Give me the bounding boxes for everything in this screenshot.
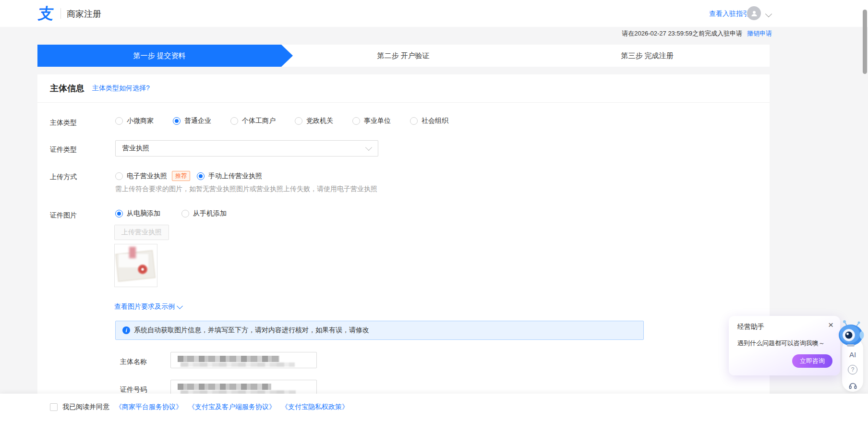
logo-divider [60,8,61,19]
deadline-text: 请在2026-02-27 23:59:59之前完成入驻申请 [622,30,742,37]
agreement-footer: 我已阅读并同意 《商家平台服务协议》 《支付宝及客户端服务协议》 《支付宝隐私权… [0,394,868,422]
radio-public-institution[interactable]: 事业单位 [352,117,391,125]
upload-license-button[interactable]: 上传营业执照 [114,225,169,240]
redacted-value [181,362,295,367]
radio-electronic-license[interactable]: 电子营业执照 [115,172,167,181]
cert-number-label: 证件号码 [120,386,147,394]
section-title: 主体信息 [50,83,84,94]
radio-icon [410,117,418,125]
cert-image-label: 证件图片 [50,211,77,220]
cancel-application-link[interactable]: 撤销申请 [747,30,772,37]
radio-icon [352,117,360,125]
assistant-popup: 经营助手 × 遇到什么问题都可以咨询我噢～ 立即咨询 [729,316,840,375]
subject-type-radio-group: 小微商家 普通企业 个体工商户 党政机关 事业单位 社会组织 [115,117,448,125]
radio-icon [115,172,123,180]
radio-icon [115,117,123,125]
section-divider [37,102,770,103]
step-1-submit-info: 第一步 提交资料 [37,45,293,67]
step-progress-bar: 第一步 提交资料 第二步 开户验证 第三步 完成注册 [37,45,770,67]
upload-method-label: 上传方式 [50,173,77,181]
scrollbar-thumb[interactable] [863,10,867,74]
info-icon: i [122,326,130,334]
guide-link[interactable]: 查看入驻指引 [709,10,749,18]
radio-add-from-computer[interactable]: 从电脑添加 [115,209,160,218]
image-requirements-link[interactable]: 查看图片要求及示例 [114,302,182,311]
radio-checked-icon [173,117,181,125]
image-requirements-label: 查看图片要求及示例 [114,302,175,311]
alipay-client-agreement-link[interactable]: 《支付宝及客户端服务协议》 [188,403,276,411]
close-icon[interactable]: × [828,320,833,330]
radio-social-organization[interactable]: 社会组织 [410,117,448,125]
consult-now-button[interactable]: 立即咨询 [792,354,832,368]
upload-method-radio-group: 电子营业执照 推荐 手动上传营业执照 [115,171,262,181]
upload-method-hint: 需上传符合要求的图片，如暂无营业执照图片或营业执照上传失败，请使用电子营业执照 [115,185,377,193]
license-thumbnail[interactable] [114,244,157,287]
radio-label: 从手机添加 [193,209,227,218]
assistant-message: 遇到什么问题都可以咨询我噢～ [737,339,825,348]
help-circle-icon[interactable]: ? [848,365,857,374]
radio-label: 事业单位 [364,117,391,125]
subject-name-label: 主体名称 [120,358,147,366]
cert-image-radio-group: 从电脑添加 从手机添加 [115,209,227,218]
step-2-account-verify: 第二步 开户验证 [281,45,525,67]
alipay-logo-icon: 支 [37,4,55,23]
radio-party-government[interactable]: 党政机关 [295,117,333,125]
agreement-row: 我已阅读并同意 《商家平台服务协议》 《支付宝及客户端服务协议》 《支付宝隐私权… [50,403,349,411]
radio-individual-business[interactable]: 个体工商户 [230,117,276,125]
radio-general-enterprise[interactable]: 普通企业 [173,117,211,125]
radio-icon [181,210,189,217]
alipay-privacy-policy-link[interactable]: 《支付宝隐私权政策》 [281,403,349,411]
cert-type-select[interactable]: 营业执照 [115,140,378,157]
robot-mascot-icon [837,318,864,347]
step-3-complete: 第三步 完成注册 [525,45,769,67]
radio-checked-icon [115,210,123,217]
subject-type-help-link[interactable]: 主体类型如何选择? [92,84,150,93]
radio-micro-merchant[interactable]: 小微商家 [115,117,154,125]
app-header: 支 商家注册 查看入驻指引 [0,0,868,27]
page-title: 商家注册 [67,8,101,20]
avatar[interactable] [747,6,761,20]
radio-label: 党政机关 [306,117,333,125]
agree-text: 我已阅读并同意 [62,403,109,411]
section-header: 主体信息 主体类型如何选择? [50,83,150,94]
radio-icon [230,117,238,125]
cert-type-label: 证件类型 [50,145,77,154]
radio-label: 个体工商户 [242,117,276,125]
deadline-row: 请在2026-02-27 23:59:59之前完成入驻申请撤销申请 [622,29,772,38]
radio-label: 手动上传营业执照 [208,172,262,181]
radio-label: 电子营业执照 [127,172,167,181]
radio-manual-upload-license[interactable]: 手动上传营业执照 [197,172,262,181]
radio-add-from-phone[interactable]: 从手机添加 [181,209,227,218]
assistant-mascot[interactable] [837,318,864,347]
headset-icon[interactable] [848,381,857,390]
assistant-title: 经营助手 [737,323,764,331]
radio-label: 小微商家 [127,117,154,125]
redacted-value [178,356,279,362]
subject-info-card: 主体信息 主体类型如何选择? 主体类型 小微商家 普通企业 个体工商户 党政机关… [37,74,770,422]
chevron-down-icon[interactable] [765,11,772,17]
license-red-seal [138,265,147,274]
radio-label: 普通企业 [184,117,211,125]
redacted-value [178,384,271,390]
ai-toolbar-item[interactable]: AI [849,350,856,359]
person-icon [750,10,758,17]
radio-checked-icon [197,172,205,180]
merchant-platform-agreement-link[interactable]: 《商家平台服务协议》 [115,403,182,411]
banner-text: 系统自动获取图片信息，并填写至下方，请对内容进行核对，如果有误，请修改 [134,326,369,335]
recommended-badge: 推荐 [172,171,190,181]
auto-fill-banner: i 系统自动获取图片信息，并填写至下方，请对内容进行核对，如果有误，请修改 [115,321,644,340]
subject-name-input[interactable] [170,352,317,368]
subject-type-label: 主体类型 [50,119,77,127]
license-blur-title [129,247,136,258]
cert-type-value: 营业执照 [122,144,366,153]
radio-label: 社会组织 [422,117,448,125]
chevron-down-icon [177,303,183,309]
agreement-checkbox[interactable] [50,403,58,411]
radio-label: 从电脑添加 [127,209,160,218]
chevron-down-icon [365,144,372,151]
radio-icon [295,117,302,125]
